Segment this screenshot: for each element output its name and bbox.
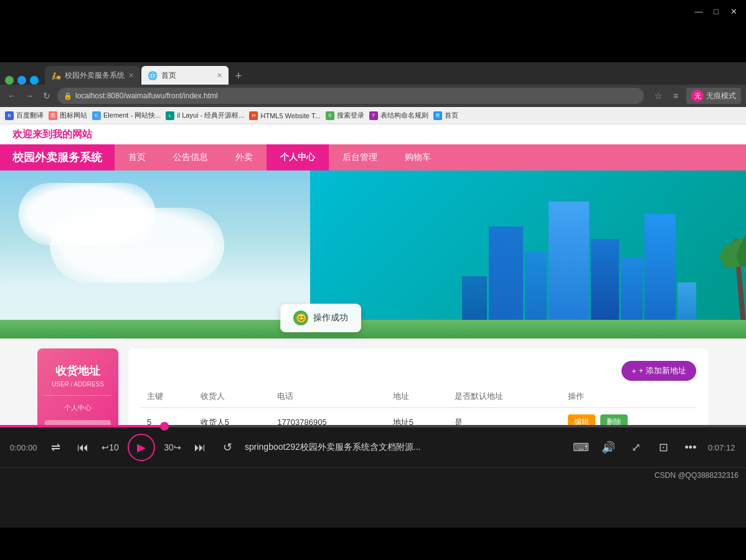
bookmark-element[interactable]: E Element - 网站快... bbox=[92, 111, 161, 120]
hero-banner bbox=[0, 170, 746, 338]
bookmark-icon-site[interactable]: 图 图标网站 bbox=[49, 111, 87, 120]
next-track-button[interactable]: ⏭ bbox=[190, 437, 210, 457]
nav-announcements[interactable]: 公告信息 bbox=[159, 144, 222, 170]
time-total: 0:07:12 bbox=[708, 443, 736, 452]
col-header-id: 主键 bbox=[141, 386, 194, 408]
player-controls: 0:00:00 ⇌ ⏮ ↩10 ▶ 30↪ ⏭ ↺ springboot292校… bbox=[0, 427, 746, 467]
add-address-label: + 添加新地址 bbox=[639, 365, 686, 376]
bookmark-label: 搜索登录 bbox=[337, 111, 364, 120]
video-title: springboot292校园外卖服务系统含文档附源... bbox=[245, 442, 564, 453]
bookmarks-bar: B 百度翻译 图 图标网站 E Element - 网站快... L il La… bbox=[0, 107, 746, 124]
url-text: localhost:8080/waimaifuwu/front/index.ht… bbox=[75, 91, 218, 100]
nav-cart[interactable]: 购物车 bbox=[391, 144, 445, 170]
sidebar-subtitle: USER / ADDRESS bbox=[37, 381, 118, 395]
nav-home[interactable]: 首页 bbox=[115, 144, 159, 170]
video-player: 0:00:00 ⇌ ⏮ ↩10 ▶ 30↪ ⏭ ↺ springboot292校… bbox=[0, 425, 746, 528]
window-controls: — □ ✕ bbox=[691, 4, 741, 19]
reader-mode[interactable]: ≡ bbox=[669, 89, 682, 103]
toast-icon: 😊 bbox=[293, 310, 308, 325]
url-input[interactable]: 🔒 localhost:8080/waimaifuwu/front/index.… bbox=[57, 88, 644, 104]
progress-handle[interactable] bbox=[160, 422, 169, 431]
new-tab-button[interactable]: + bbox=[230, 67, 247, 85]
lock-icon: 🔒 bbox=[64, 92, 72, 100]
reader-mode-label: 无痕模式 bbox=[706, 91, 736, 101]
bookmark-label: HTML5 Website T... bbox=[260, 112, 320, 119]
bookmark-label: 表结构命名规则 bbox=[380, 111, 428, 120]
site-nav-items: 首页 公告信息 外卖 个人中心 后台管理 购物车 bbox=[115, 144, 445, 170]
tab-close-home[interactable]: ✕ bbox=[217, 72, 222, 80]
forward-button[interactable]: → bbox=[22, 89, 36, 103]
minimize-button[interactable]: — bbox=[691, 4, 706, 19]
col-header-action: 操作 bbox=[562, 386, 696, 408]
site-top-bar: 欢迎来到我的网站 bbox=[0, 124, 746, 144]
volume-icon[interactable]: 🔊 bbox=[598, 437, 618, 457]
fullscreen-button[interactable]: ⤢ bbox=[626, 437, 646, 457]
tab-waimai-label: 校园外卖服务系统 bbox=[65, 70, 125, 81]
time-current: 0:00:00 bbox=[10, 443, 38, 452]
tab-waimai[interactable]: 🛵 校园外卖服务系统 ✕ bbox=[45, 66, 140, 85]
fast-forward-button[interactable]: 30↪ bbox=[163, 437, 182, 457]
sidebar-title: 收货地址 bbox=[37, 358, 118, 381]
toast-message: 操作成功 bbox=[313, 312, 348, 324]
bookmark-label: 图标网站 bbox=[60, 111, 87, 120]
add-address-button[interactable]: + + 添加新地址 bbox=[621, 361, 696, 381]
loop-button[interactable]: ↺ bbox=[217, 437, 237, 457]
prev-track-button[interactable]: ⏮ bbox=[73, 437, 93, 457]
keyboard-icon[interactable]: ⌨ bbox=[571, 437, 591, 457]
site-logo: 欢迎来到我的网站 bbox=[12, 128, 92, 141]
site-brand: 校园外卖服务系统 bbox=[0, 144, 115, 170]
col-header-phone: 电话 bbox=[271, 386, 386, 408]
user-avatar: 无 bbox=[691, 90, 704, 102]
sidebar-section-label: 个人中心 bbox=[37, 401, 118, 418]
col-header-receiver: 收货人 bbox=[194, 386, 271, 408]
csdn-status-bar: CSDN @QQ3888232316 bbox=[0, 467, 746, 482]
progress-played bbox=[0, 425, 164, 427]
rewind-button[interactable]: ↩10 bbox=[100, 437, 120, 457]
bookmark-search[interactable]: S 搜索登录 bbox=[326, 111, 364, 120]
more-button[interactable]: ••• bbox=[681, 437, 701, 457]
toast-notification: 😊 操作成功 bbox=[280, 304, 361, 332]
nav-delivery[interactable]: 外卖 bbox=[222, 144, 267, 170]
tab-close-waimai[interactable]: ✕ bbox=[128, 72, 134, 80]
site-navigation: 校园外卖服务系统 首页 公告信息 外卖 个人中心 后台管理 购物车 bbox=[0, 144, 746, 170]
bookmark-label: 首页 bbox=[445, 111, 458, 120]
pip-button[interactable]: ⊡ bbox=[653, 437, 673, 457]
nav-personal-center[interactable]: 个人中心 bbox=[267, 144, 329, 170]
bookmark-label: 百度翻译 bbox=[16, 111, 44, 120]
browser-window: 🛵 校园外卖服务系统 ✕ 🌐 首页 ✕ + — □ ✕ ← → ↻ 🔒 loca… bbox=[0, 0, 746, 528]
bookmark-homepage[interactable]: 首 首页 bbox=[433, 111, 458, 120]
bookmark-star[interactable]: ☆ bbox=[651, 89, 665, 103]
maximize-button[interactable]: □ bbox=[709, 4, 724, 19]
csdn-badge: CSDN @QQ3888232316 bbox=[654, 471, 739, 480]
refresh-button[interactable]: ↻ bbox=[40, 89, 54, 103]
right-controls: ⌨ 🔊 ⤢ ⊡ ••• 0:07:12 bbox=[571, 437, 736, 457]
col-header-address: 地址 bbox=[387, 386, 448, 408]
bookmark-baidu-translate[interactable]: B 百度翻译 bbox=[5, 111, 44, 120]
bookmark-label: il Layui - 经典开源框... bbox=[177, 111, 244, 120]
shuffle-button[interactable]: ⇌ bbox=[45, 437, 65, 457]
nav-admin[interactable]: 后台管理 bbox=[329, 144, 391, 170]
play-pause-button[interactable]: ▶ bbox=[128, 434, 155, 461]
bookmark-label: Element - 网站快... bbox=[103, 111, 161, 120]
bookmark-html5[interactable]: H HTML5 Website T... bbox=[249, 111, 320, 120]
bookmark-table-naming[interactable]: T 表结构命名规则 bbox=[369, 111, 428, 120]
tab-home[interactable]: 🌐 首页 ✕ bbox=[141, 66, 229, 85]
address-bar: ← → ↻ 🔒 localhost:8080/waimaifuwu/front/… bbox=[0, 85, 746, 107]
tab-home-label: 首页 bbox=[161, 70, 176, 81]
back-button[interactable]: ← bbox=[5, 89, 19, 103]
add-address-icon: + bbox=[631, 366, 636, 376]
close-button[interactable]: ✕ bbox=[726, 4, 741, 19]
col-header-default: 是否默认地址 bbox=[448, 386, 562, 408]
bookmark-layui[interactable]: L il Layui - 经典开源框... bbox=[166, 111, 244, 120]
progress-bar[interactable] bbox=[0, 425, 746, 427]
tab-bar: 🛵 校园外卖服务系统 ✕ 🌐 首页 ✕ + — □ ✕ bbox=[0, 62, 746, 85]
